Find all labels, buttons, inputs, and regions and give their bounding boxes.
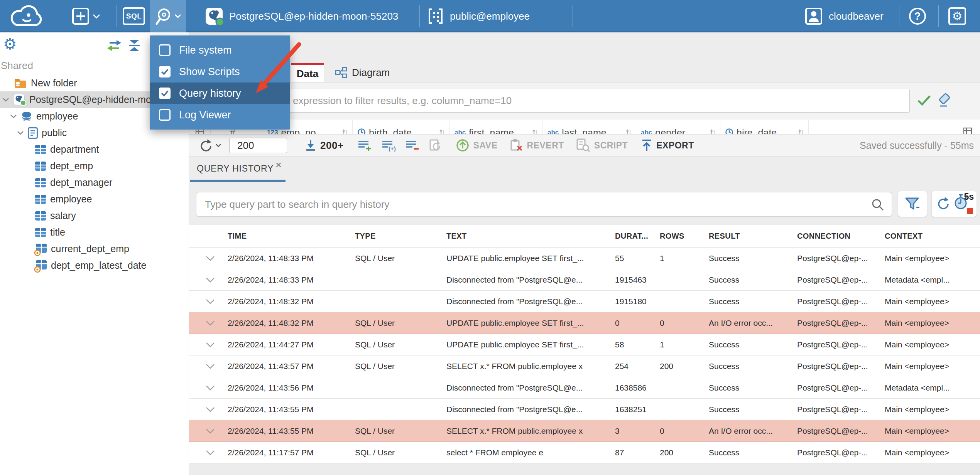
user-menu[interactable]: cloudbeaver <box>805 0 884 32</box>
search-icon[interactable] <box>871 198 884 213</box>
col-header-connection[interactable]: CONNECTION <box>797 232 885 241</box>
col-header-text[interactable]: TEXT <box>446 232 615 241</box>
table-icon <box>35 227 46 238</box>
filter-funnel-button[interactable] <box>898 191 927 217</box>
save-button[interactable]: SAVE <box>456 138 498 152</box>
tab-data[interactable]: Data <box>291 63 324 82</box>
sort-icon[interactable] <box>625 128 632 134</box>
new-connection-button[interactable] <box>72 0 100 32</box>
table-row[interactable]: 2/26/2024, 11:48:33 PM Disconnected from… <box>189 269 980 291</box>
col-header-duration[interactable]: DURAT... <box>615 232 660 241</box>
checkbox-unchecked[interactable] <box>159 44 171 56</box>
expand-row-chevron-icon[interactable] <box>197 256 228 261</box>
sql-editor-button[interactable]: SQL <box>123 0 145 32</box>
collapse-all-icon[interactable] <box>127 39 141 53</box>
sort-icon[interactable] <box>532 128 539 134</box>
expand-row-chevron-icon[interactable] <box>197 364 228 369</box>
connection-selector[interactable]: PostgreSQL@ep-hidden-moon-55203 <box>205 0 398 32</box>
tree-item-table[interactable]: salary <box>0 207 189 224</box>
grid-column-hire-date[interactable]: hire_date <box>720 120 809 134</box>
refresh-document-button[interactable] <box>429 139 442 152</box>
cloudbeaver-logo[interactable] <box>6 0 46 32</box>
tab-query-history[interactable]: QUERY HISTORY × <box>190 157 286 182</box>
settings-button[interactable]: ⚙ <box>948 0 966 32</box>
grid-column-first-name[interactable]: abc first_name <box>450 120 543 134</box>
tree-chevron-icon[interactable] <box>10 114 17 118</box>
table-row[interactable]: 2/26/2024, 11:43:55 PM Disconnected from… <box>189 399 980 420</box>
table-row[interactable]: 2/26/2024, 11:44:27 PM SQL / User UPDATE… <box>189 334 980 355</box>
expand-row-chevron-icon[interactable] <box>197 342 228 347</box>
table-row[interactable]: 2/26/2024, 11:48:33 PM SQL / User UPDATE… <box>189 248 980 269</box>
table-row[interactable]: 2/26/2024, 11:43:57 PM SQL / User SELECT… <box>189 355 980 377</box>
duplicate-row-button[interactable]: (+) <box>382 139 397 152</box>
table-row[interactable]: 2/26/2024, 11:48:32 PM Disconnected from… <box>189 291 980 312</box>
filter-apply-check-icon[interactable] <box>917 94 931 108</box>
sort-icon[interactable] <box>439 128 446 134</box>
expand-row-chevron-icon[interactable] <box>197 277 228 283</box>
table-row[interactable]: 2/26/2024, 11:17:57 PM SQL / User select… <box>189 442 980 463</box>
tree-item-table[interactable]: employee <box>0 191 189 207</box>
schema-selector[interactable]: public@employee <box>427 0 530 32</box>
save-icon <box>456 138 470 152</box>
grid-customize-icon[interactable] <box>809 120 980 134</box>
col-header-rows[interactable]: ROWS <box>660 232 709 241</box>
grid-column-last-name[interactable]: abc last_name <box>543 120 636 134</box>
row-limit-input[interactable] <box>229 138 287 153</box>
expand-row-chevron-icon[interactable] <box>197 299 228 304</box>
filter-reset-eraser-icon[interactable] <box>937 93 952 109</box>
expand-row-chevron-icon[interactable] <box>197 450 228 455</box>
filter-funnel-icon <box>904 197 921 211</box>
tree-chevron-icon[interactable] <box>2 98 9 102</box>
tools-menu-button[interactable] <box>150 0 186 32</box>
expand-row-chevron-icon[interactable] <box>197 428 228 434</box>
sync-connection-icon[interactable] <box>106 39 122 53</box>
cell-type: SQL / User <box>355 426 446 436</box>
export-button[interactable]: EXPORT <box>641 139 694 152</box>
col-header-context[interactable]: CONTEXT <box>885 232 980 241</box>
col-header-time[interactable]: TIME <box>228 232 355 241</box>
refresh-button[interactable] <box>198 138 221 152</box>
menu-item-file-system[interactable]: File system <box>150 39 290 61</box>
col-header-result[interactable]: RESULT <box>709 232 797 241</box>
menu-item-query-history[interactable]: Query history <box>150 83 290 104</box>
tree-item-table[interactable]: dept_manager <box>0 174 189 191</box>
table-row[interactable]: 2/26/2024, 11:43:56 PM Disconnected from… <box>189 377 980 399</box>
tree-item-table[interactable]: title <box>0 224 189 241</box>
sort-icon[interactable] <box>798 128 804 134</box>
cell-rows: 1 <box>660 254 709 263</box>
close-icon[interactable]: × <box>275 160 282 170</box>
col-header-type[interactable]: TYPE <box>355 232 446 241</box>
checkbox-unchecked[interactable] <box>159 109 171 121</box>
tree-chevron-icon[interactable] <box>17 131 24 135</box>
grid-column-birth-date[interactable]: birth_date <box>353 120 450 134</box>
menu-item-show-scripts[interactable]: Show Scripts <box>150 61 290 83</box>
tree-item-table[interactable]: department <box>0 141 189 158</box>
auto-refresh-button[interactable]: 5s <box>954 193 973 215</box>
cell-context: Main <employee> <box>885 405 980 414</box>
tree-item-table[interactable]: dept_emp <box>0 158 189 174</box>
expand-row-chevron-icon[interactable] <box>197 407 228 412</box>
table-row-error[interactable]: 2/26/2024, 11:48:32 PM SQL / User UPDATE… <box>189 312 980 334</box>
table-row-error[interactable]: 2/26/2024, 11:43:55 PM SQL / User SELECT… <box>189 420 980 442</box>
checkbox-checked[interactable] <box>159 66 171 77</box>
sort-icon[interactable] <box>341 128 348 134</box>
checkbox-checked[interactable] <box>159 88 171 99</box>
filter-expression-input[interactable] <box>194 89 910 113</box>
delete-row-button[interactable] <box>406 139 419 152</box>
add-row-button[interactable] <box>358 139 372 152</box>
script-button[interactable]: SCRIPT <box>576 138 628 152</box>
sidebar-settings-gear-icon[interactable]: ⚙ <box>3 36 17 52</box>
tab-diagram[interactable]: Diagram <box>325 63 400 82</box>
menu-item-log-viewer[interactable]: Log Viewer <box>150 104 290 126</box>
fetch-page-size-button[interactable]: 200+ <box>305 139 344 152</box>
sort-icon[interactable] <box>709 128 716 134</box>
expand-row-chevron-icon[interactable] <box>197 385 228 391</box>
expand-row-chevron-icon[interactable] <box>197 320 228 326</box>
revert-button[interactable]: REVERT <box>509 139 564 152</box>
help-button[interactable]: ? <box>909 0 926 32</box>
tree-item-view[interactable]: dept_emp_latest_date <box>0 257 189 274</box>
refresh-history-button[interactable] <box>935 196 950 212</box>
grid-column-gender[interactable]: abc gender <box>636 120 720 134</box>
query-history-search-input[interactable] <box>196 192 892 217</box>
tree-item-view[interactable]: current_dept_emp <box>0 241 189 257</box>
